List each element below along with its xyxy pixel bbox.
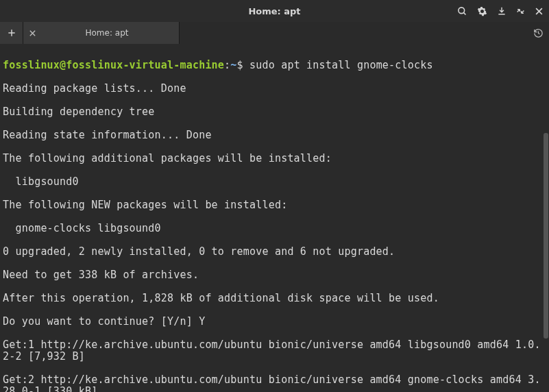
- prompt-path: ~: [230, 59, 236, 71]
- terminal-line: Reading state information... Done: [3, 130, 546, 141]
- terminal-line: Get:2 http://ke.archive.ubuntu.com/ubunt…: [3, 374, 546, 392]
- terminal-line: After this operation, 1,828 kB of additi…: [3, 293, 546, 304]
- terminal-line: Need to get 338 kB of archives.: [3, 269, 546, 281]
- terminal-line: gnome-clocks libgsound0: [3, 223, 546, 234]
- terminal-line: libgsound0: [3, 176, 546, 188]
- terminal-line: Do you want to continue? [Y/n] Y: [3, 316, 546, 328]
- search-icon[interactable]: [457, 6, 467, 16]
- command-text: sudo apt install gnome-clocks: [249, 59, 433, 71]
- svg-point-0: [459, 7, 465, 13]
- window-title: Home: apt: [248, 6, 300, 16]
- terminal-output[interactable]: fosslinux@fosslinux-virtual-machine:~$ s…: [0, 44, 549, 392]
- close-icon[interactable]: [535, 7, 544, 16]
- new-tab-button[interactable]: [0, 22, 23, 44]
- prompt-user: fosslinux@fosslinux-virtual-machine: [3, 59, 224, 71]
- titlebar-controls: [457, 6, 544, 16]
- terminal-line: Building dependency tree: [3, 106, 546, 118]
- terminal-line: fosslinux@fosslinux-virtual-machine:~$ s…: [3, 60, 546, 71]
- svg-line-1: [463, 12, 465, 14]
- maximize-icon[interactable]: [516, 7, 525, 16]
- terminal-line: Get:1 http://ke.archive.ubuntu.com/ubunt…: [3, 339, 546, 363]
- scrollbar-thumb[interactable]: [544, 133, 548, 339]
- tab-close-icon[interactable]: [29, 29, 36, 37]
- terminal-line: Reading package lists... Done: [3, 83, 546, 95]
- tab-bar: Home: apt: [0, 22, 549, 44]
- terminal-line: The following NEW packages will be insta…: [3, 199, 546, 211]
- gear-icon[interactable]: [477, 6, 487, 16]
- download-icon[interactable]: [497, 6, 507, 16]
- history-icon[interactable]: [533, 22, 544, 44]
- tab-home-apt[interactable]: Home: apt: [23, 22, 180, 44]
- terminal-line: The following additional packages will b…: [3, 153, 546, 164]
- title-bar: Home: apt: [0, 0, 549, 22]
- terminal-line: 0 upgraded, 2 newly installed, 0 to remo…: [3, 246, 546, 258]
- tab-label: Home: apt: [40, 28, 173, 38]
